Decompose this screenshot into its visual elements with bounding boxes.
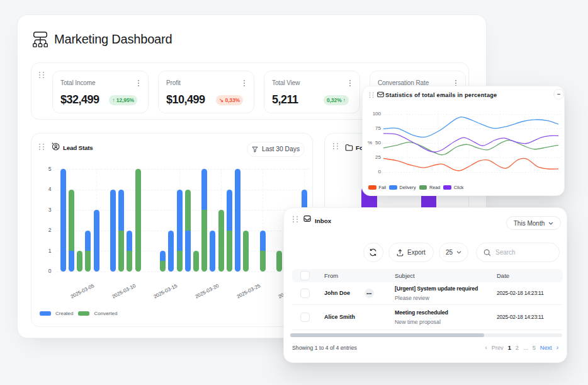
- export-label: Export: [407, 249, 426, 256]
- folder-icon: [345, 144, 353, 151]
- bar-segment-converted: [160, 261, 166, 271]
- drag-handle-icon[interactable]: [333, 143, 338, 149]
- stat-value: 5,211: [272, 93, 298, 106]
- bar-segment-created: [160, 251, 166, 261]
- y-axis-unit-label: %: [358, 141, 372, 146]
- row-date: 2025-02-18 14:23:11: [497, 314, 563, 320]
- column-header-date: Date: [497, 272, 563, 279]
- month-filter-label: This Month: [514, 220, 545, 227]
- legend-item-click: Click: [443, 185, 463, 190]
- page-button-...[interactable]: ...: [523, 345, 528, 351]
- table-row[interactable]: John Doe [Urgent] System update required…: [292, 282, 563, 305]
- legend-label: Created: [55, 311, 73, 316]
- x-axis-label: 2025-03-15: [153, 283, 179, 300]
- x-axis-label: 2025-03-20: [195, 283, 220, 300]
- bar-segment-converted: [69, 190, 74, 251]
- date-filter-label: Last 30 Days: [262, 146, 300, 152]
- card-title: Inbox: [315, 217, 331, 224]
- upload-icon: [397, 249, 404, 256]
- bar-segment-created: [110, 190, 116, 272]
- page-size-select[interactable]: 25: [439, 243, 468, 262]
- prev-button[interactable]: Prev: [492, 345, 504, 351]
- y-axis-label: 5: [39, 166, 52, 172]
- y-axis-label: 25: [367, 155, 381, 160]
- page-title: Marketing Dashboard: [54, 32, 172, 47]
- inbox-table: From Subject Date John Doe [Urgent] Syst…: [292, 269, 563, 330]
- kebab-menu-icon[interactable]: [137, 79, 140, 87]
- y-axis-label: 4: [39, 187, 52, 192]
- page-button-2[interactable]: 2: [516, 345, 519, 351]
- gridline: [57, 190, 310, 190]
- refresh-button[interactable]: [363, 243, 383, 262]
- gridline: [57, 169, 310, 170]
- legend-swatch: [443, 185, 451, 190]
- row-actions-button[interactable]: •••: [365, 289, 374, 298]
- kebab-menu-icon[interactable]: [243, 79, 246, 87]
- bar-segment-converted: [185, 190, 191, 231]
- y-axis-label: 75: [367, 126, 381, 131]
- bar-segment-converted: [218, 210, 224, 272]
- page-button-1[interactable]: 1: [508, 345, 511, 351]
- drag-handle-icon[interactable]: [39, 72, 44, 78]
- bar-segment-converted: [85, 251, 91, 272]
- date-filter-button[interactable]: Last 30 Days: [247, 142, 305, 157]
- bar-segment-converted: [276, 251, 282, 272]
- funnel-icon: [252, 146, 258, 152]
- legend-swatch-created: [40, 311, 51, 316]
- chevron-down-icon: [456, 251, 461, 254]
- sitemap-icon: [33, 32, 48, 47]
- export-button[interactable]: Export: [388, 243, 434, 262]
- row-from: John Doe: [324, 290, 395, 296]
- y-axis-label: 100: [367, 112, 381, 117]
- line-series-delivery: [383, 117, 558, 137]
- bar-segment-created: [127, 231, 132, 251]
- drag-handle-icon[interactable]: [39, 144, 44, 150]
- bar-segment-created: [168, 231, 174, 272]
- page-header: Marketing Dashboard: [33, 32, 172, 47]
- card-title: Lead Stats: [63, 144, 93, 151]
- stat-card-profit: Profit $10,499 ↘ 0,33%: [158, 71, 254, 113]
- leads-icon: [51, 142, 60, 151]
- inbox-card: Inbox This Month Export 25: [283, 207, 567, 363]
- stat-label: Profit: [166, 79, 181, 86]
- legend-item-created: Created: [40, 311, 73, 316]
- entries-summary: Showing 1 to 4 of 4 entries: [292, 345, 357, 351]
- y-axis-label: 0: [39, 268, 52, 274]
- column-header-from: From: [324, 272, 395, 279]
- bar-segment-converted: [127, 251, 132, 272]
- column-header-subject: Subject: [395, 272, 497, 279]
- row-checkbox[interactable]: [300, 313, 310, 322]
- scrollbar-thumb[interactable]: [290, 333, 484, 337]
- x-axis-label: 2025-03-25: [236, 283, 262, 300]
- search-field[interactable]: [476, 243, 560, 262]
- legend-label: Delivery: [400, 185, 416, 190]
- bar-segment-converted: [243, 231, 249, 272]
- row-checkbox[interactable]: [300, 289, 310, 298]
- select-all-checkbox[interactable]: [300, 271, 310, 280]
- kebab-menu-icon[interactable]: [349, 79, 351, 87]
- next-button[interactable]: Next: [540, 345, 552, 351]
- prev-chevron-icon[interactable]: ‹: [485, 344, 487, 351]
- drag-handle-icon[interactable]: [293, 216, 298, 222]
- y-axis-label: 3: [39, 207, 52, 213]
- row-subject: [Urgent] System update requiredPlease re…: [395, 285, 497, 301]
- bar-segment-created: [177, 190, 183, 251]
- bar-segment-converted: [260, 251, 266, 272]
- inbox-footer: Showing 1 to 4 of 4 entries ‹Prev12...5N…: [292, 344, 558, 351]
- y-axis-label: 2: [39, 227, 52, 233]
- stat-value: $32,499: [60, 93, 99, 106]
- line-series-fail: [383, 158, 558, 171]
- bar-segment-created: [235, 169, 240, 272]
- table-header-row: From Subject Date: [292, 269, 563, 282]
- month-filter-button[interactable]: This Month: [506, 216, 561, 230]
- bar-segment-converted: [77, 251, 82, 272]
- page-button-5[interactable]: 5: [533, 345, 536, 351]
- next-chevron-icon[interactable]: ›: [557, 344, 558, 351]
- y-axis-label: 0: [367, 170, 381, 175]
- table-row[interactable]: Alice Smith Meeting rescheduledNew time …: [292, 305, 563, 330]
- horizontal-scrollbar[interactable]: [290, 333, 562, 337]
- legend-label: Click: [454, 185, 464, 190]
- search-input[interactable]: [495, 249, 549, 256]
- bar-segment-created: [185, 231, 191, 272]
- bar-segment-created: [69, 251, 74, 272]
